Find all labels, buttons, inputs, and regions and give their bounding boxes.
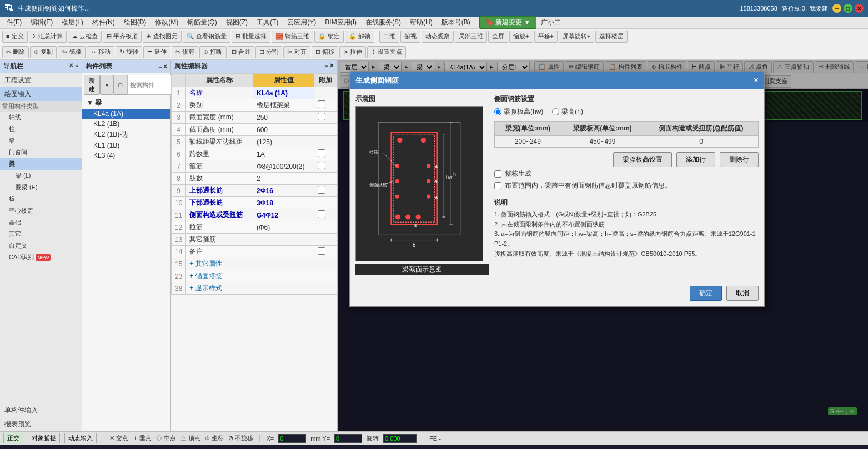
nav-door-window[interactable]: 门窗间: [0, 147, 82, 158]
delete-component-button[interactable]: ×: [100, 75, 113, 95]
level-slab-button[interactable]: ⊟ 平齐板顶: [103, 31, 142, 43]
menu-tools[interactable]: 工具(T): [252, 17, 283, 28]
cloud-check-button[interactable]: ☁ 云检查: [68, 31, 102, 43]
new-change-button[interactable]: 🔖 新建变更 ▼: [479, 16, 537, 29]
batch-select-button[interactable]: ⊞ 批量选择: [232, 31, 270, 43]
tree-item-kl1-1b[interactable]: KL1 (1B): [82, 140, 170, 150]
copy-component-button[interactable]: □: [113, 75, 127, 95]
check-whole-building[interactable]: [494, 170, 501, 178]
tree-beam-parent[interactable]: ▼ 梁: [82, 97, 170, 109]
menu-file[interactable]: 件(F): [2, 17, 26, 28]
new-component-button[interactable]: 新建: [84, 75, 100, 95]
attr-check-14[interactable]: [318, 247, 325, 255]
cell-rebar[interactable]: 0: [644, 136, 758, 148]
dynamic-input-button[interactable]: 动态输入: [64, 433, 97, 443]
2d-button[interactable]: 二维: [379, 31, 399, 43]
attr-check-11[interactable]: [318, 210, 325, 218]
attr-check-2[interactable]: [318, 100, 325, 108]
nav-custom[interactable]: 自定义: [0, 240, 82, 251]
object-snap-button[interactable]: 对象捕捉: [28, 433, 60, 443]
minimize-button[interactable]: ─: [832, 4, 841, 13]
nav-beam-l[interactable]: 梁 (L): [0, 170, 82, 181]
cell-height[interactable]: 450~499: [561, 136, 644, 148]
nav-wall[interactable]: 墙: [0, 135, 82, 147]
view-rebar-button[interactable]: 🔍 查看钢筋量: [183, 31, 230, 43]
stretch-button[interactable]: ⊳ 拉伸: [339, 46, 366, 58]
nav-report[interactable]: 报表预览: [0, 417, 82, 431]
nav-panel-pin[interactable]: × ₌: [69, 62, 78, 71]
nav-beam[interactable]: 梁: [0, 158, 82, 170]
nav-hollow-slab[interactable]: 空心楼盖: [0, 205, 82, 216]
mirror-button[interactable]: ⇔ 镜像: [58, 46, 86, 58]
attr-check-6[interactable]: [318, 149, 325, 157]
radio-h[interactable]: [552, 108, 559, 115]
cancel-button[interactable]: 取消: [726, 286, 759, 301]
rotate-button[interactable]: 屏幕旋转+: [559, 31, 594, 43]
nav-axis[interactable]: 轴线: [0, 112, 82, 123]
rebar-3d-button[interactable]: 🧱 钢筋三维: [272, 31, 313, 43]
menu-component[interactable]: 构件(N): [88, 17, 119, 28]
menu-version[interactable]: 版本号(B): [437, 17, 475, 28]
dynamic-view-button[interactable]: 动态观察: [422, 31, 454, 43]
tree-item-kl3-4[interactable]: KL3 (4): [82, 150, 170, 160]
unlock-button[interactable]: 🔓 解锁: [345, 31, 374, 43]
attr-panel-pin[interactable]: ₌ ×: [325, 62, 334, 71]
rotate-edit-button[interactable]: ↻ 旋转: [116, 46, 142, 58]
break-button[interactable]: ⊕ 打断: [199, 46, 226, 58]
nav-other[interactable]: 其它: [0, 228, 82, 240]
menu-floor[interactable]: 楼层(L): [57, 17, 88, 28]
radio-h-label[interactable]: 梁高(h): [552, 107, 583, 117]
tree-item-kl2-1b-edge[interactable]: KL2 (1B)-边: [82, 129, 170, 140]
delete-row-button[interactable]: 删除行: [720, 152, 759, 167]
pan-button[interactable]: 平移+: [534, 31, 558, 43]
y-coord-input[interactable]: [334, 434, 362, 443]
lock-button[interactable]: 🔒 锁定: [314, 31, 344, 43]
orthogonal-button[interactable]: 正交: [3, 433, 23, 443]
tree-item-kl2-1b[interactable]: KL2 (1B): [82, 119, 170, 129]
attr-check-7[interactable]: [318, 162, 325, 169]
copy-button[interactable]: ⊕ 复制: [30, 46, 57, 58]
menu-modify[interactable]: 修改(M): [150, 17, 183, 28]
tree-item-kl4a[interactable]: KL4a (1A): [82, 109, 170, 119]
component-list-pin[interactable]: ₌ ×: [158, 63, 167, 70]
rotate-input[interactable]: [383, 434, 417, 443]
nav-single-input[interactable]: 单构件输入: [0, 403, 82, 417]
menu-edit[interactable]: 编辑(E): [26, 17, 57, 28]
attr-check-3[interactable]: [318, 113, 325, 120]
trim-button[interactable]: ✂ 修剪: [172, 46, 198, 58]
nav-project-settings[interactable]: 工程设置: [0, 73, 82, 87]
nav-draw-input[interactable]: 绘图输入: [0, 87, 82, 101]
set-grip-button[interactable]: ⊹ 设置夹点: [367, 46, 406, 58]
menu-help[interactable]: 帮助(H): [405, 17, 437, 28]
menu-cloud[interactable]: 云应用(Y): [283, 17, 320, 28]
merge-button[interactable]: ⊞ 合并: [228, 46, 254, 58]
delete-button[interactable]: ✂ 删除: [2, 46, 29, 58]
top-view-button[interactable]: 俯视: [400, 31, 420, 43]
ok-button[interactable]: 确定: [690, 286, 722, 301]
menu-bim[interactable]: BIM应用(I): [320, 17, 361, 28]
local-3d-button[interactable]: 局部三维: [455, 31, 487, 43]
add-row-button[interactable]: 添加行: [676, 152, 715, 167]
menu-draw[interactable]: 绘图(D): [119, 17, 151, 28]
offset-button[interactable]: ⊞ 偏移: [312, 46, 338, 58]
align-button[interactable]: ⊫ 对齐: [283, 46, 310, 58]
radio-hw-label[interactable]: 梁腹板高(hw): [494, 107, 543, 117]
extend-button[interactable]: ⊢ 延伸: [143, 46, 170, 58]
nav-column[interactable]: 柱: [0, 123, 82, 135]
radio-hw[interactable]: [494, 108, 501, 115]
check-override[interactable]: [494, 182, 501, 189]
menu-online[interactable]: 在线服务(S): [361, 17, 405, 28]
maximize-button[interactable]: □: [844, 4, 852, 13]
nav-ring-beam[interactable]: 圈梁 (E): [0, 181, 82, 193]
nav-slab[interactable]: 板: [0, 193, 82, 205]
web-height-setting-button[interactable]: 梁腹板高设置: [613, 152, 672, 167]
layer-select-button[interactable]: 选择楼层: [595, 31, 628, 43]
move-button[interactable]: ↔ 移动: [87, 46, 114, 58]
dialog-close-button[interactable]: ×: [754, 75, 759, 85]
split-button[interactable]: ⊟ 分割: [255, 46, 282, 58]
menu-view[interactable]: 视图(Z): [222, 17, 252, 28]
find-element-button[interactable]: ⊕ 查找图元: [143, 31, 182, 43]
cell-width[interactable]: 200~249: [495, 136, 561, 148]
zoom-button[interactable]: 缩放+: [509, 31, 533, 43]
menu-rebar[interactable]: 钢筋量(Q): [183, 17, 221, 28]
